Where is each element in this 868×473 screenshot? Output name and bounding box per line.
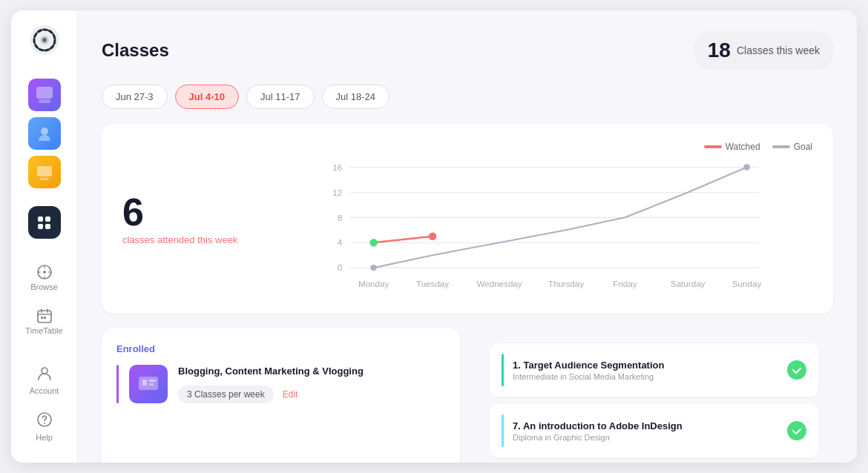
chart-stat-label: classes attended this week	[122, 234, 241, 245]
apps-grid-icon	[38, 216, 50, 229]
chart-svg: 16 12 8 4 0 Monday Tuesday Wednesday Thu…	[265, 159, 812, 293]
svg-text:12: 12	[332, 188, 342, 197]
svg-text:0: 0	[338, 262, 343, 272]
goal-label: Goal	[794, 142, 812, 152]
svg-rect-40	[149, 380, 156, 382]
svg-text:4: 4	[338, 237, 343, 247]
avatar-group	[28, 79, 61, 188]
week-badge-number: 18	[708, 39, 731, 62]
sidebar: Browse TimeTable	[11, 10, 78, 463]
week-badge: 18 Classes this week	[694, 31, 833, 70]
svg-rect-12	[41, 317, 43, 319]
course-meta: 3 Classes per week Edit	[178, 386, 445, 403]
help-icon	[36, 411, 53, 431]
svg-rect-8	[40, 178, 49, 180]
chart-legend: Watched Goal	[265, 142, 812, 152]
legend-watched: Watched	[704, 142, 760, 152]
chart-stat-number: 6	[122, 193, 241, 231]
sidebar-nav: Browse TimeTable	[18, 257, 71, 351]
svg-point-10	[43, 271, 46, 274]
classes-per-week: 3 Classes per week	[178, 386, 274, 403]
watched-swatch	[704, 145, 722, 148]
page-header: Classes 18 Classes this week	[102, 31, 833, 70]
lesson-title-2: 7. An introduction to Adobe InDesign	[513, 420, 778, 431]
chart-stat: 6 classes attended this week	[122, 193, 241, 245]
sidebar-bottom: Account Help	[18, 357, 71, 449]
lesson-accent-1	[502, 354, 504, 386]
lesson-info-1: 1. Target Audience Segmentation Intermed…	[513, 360, 778, 381]
svg-point-36	[369, 239, 378, 247]
avatar-2[interactable]	[28, 117, 61, 150]
svg-point-37	[429, 232, 437, 240]
app-container: Browse TimeTable	[11, 10, 857, 463]
course-info: Blogging, Content Marketing & Vlogging 3…	[178, 365, 445, 403]
lesson-sub-2: Diploma in Graphic Design	[513, 433, 778, 442]
course-name: Blogging, Content Marketing & Vlogging	[178, 365, 445, 378]
logo	[28, 24, 61, 73]
svg-point-35	[743, 164, 749, 170]
edit-link[interactable]: Edit	[283, 389, 298, 400]
check-icon-1	[787, 360, 806, 380]
legend-goal: Goal	[772, 142, 812, 152]
svg-point-3	[42, 38, 47, 42]
tab-jul4[interactable]: Jul 4-10	[175, 85, 239, 109]
svg-text:Sunday: Sunday	[732, 279, 762, 288]
svg-point-14	[42, 368, 47, 374]
enrolled-label: Enrolled	[116, 343, 445, 354]
sidebar-item-timetable[interactable]: TimeTable	[18, 300, 71, 343]
help-label: Help	[36, 433, 53, 442]
compass-icon	[36, 264, 53, 280]
svg-rect-41	[149, 383, 154, 386]
chart-wrapper: Watched Goal 16 12	[265, 142, 812, 296]
svg-rect-7	[37, 166, 52, 176]
svg-point-34	[370, 265, 376, 271]
svg-point-6	[41, 128, 48, 135]
tab-jun27[interactable]: Jun 27-3	[102, 85, 168, 109]
bottom-section: Enrolled Blogging, Content Marketing & V…	[102, 328, 833, 463]
svg-rect-5	[39, 99, 50, 103]
browse-label: Browse	[30, 282, 58, 291]
svg-text:Wednesday: Wednesday	[476, 279, 522, 288]
svg-rect-13	[44, 317, 46, 319]
svg-point-16	[44, 423, 45, 424]
avatar-3[interactable]	[28, 156, 61, 188]
svg-text:8: 8	[338, 213, 342, 222]
avatar-1[interactable]	[28, 79, 61, 111]
sidebar-item-account[interactable]: Account	[18, 357, 71, 403]
svg-text:Monday: Monday	[358, 279, 389, 288]
lesson-item-2: 7. An introduction to Adobe InDesign Dip…	[490, 404, 818, 457]
svg-text:Friday: Friday	[613, 279, 637, 288]
page-title: Classes	[102, 40, 169, 61]
sidebar-item-help[interactable]: Help	[18, 404, 71, 449]
svg-text:16: 16	[332, 162, 342, 172]
enrolled-card: Enrolled Blogging, Content Marketing & V…	[102, 328, 460, 463]
svg-rect-39	[142, 380, 147, 386]
svg-rect-4	[36, 87, 53, 99]
account-label: Account	[30, 386, 59, 395]
course-accent	[116, 365, 119, 403]
main-content: Classes 18 Classes this week Jun 27-3 Ju…	[78, 10, 857, 463]
svg-text:Tuesday: Tuesday	[416, 279, 449, 288]
calendar-icon	[36, 308, 53, 324]
user-icon	[36, 365, 53, 384]
svg-text:Saturday: Saturday	[671, 279, 706, 288]
svg-text:Thursday: Thursday	[548, 279, 585, 288]
lesson-sub-1: Intermediate in Social Media Marketing	[513, 372, 778, 381]
week-tabs: Jun 27-3 Jul 4-10 Jul 11-17 Jul 18-24	[102, 85, 833, 109]
sidebar-item-browse[interactable]: Browse	[18, 257, 71, 299]
tab-jul11[interactable]: Jul 11-17	[246, 85, 314, 109]
course-item: Blogging, Content Marketing & Vlogging 3…	[116, 365, 445, 403]
check-icon-2	[787, 421, 806, 440]
chart-card: 6 classes attended this week Watched Goa…	[102, 124, 833, 314]
lessons-card: 1. Target Audience Segmentation Intermed…	[475, 328, 833, 463]
apps-button[interactable]	[28, 206, 61, 239]
lesson-accent-2	[502, 414, 504, 447]
tab-jul18[interactable]: Jul 18-24	[322, 85, 389, 109]
lesson-item-1: 1. Target Audience Segmentation Intermed…	[490, 343, 818, 397]
timetable-label: TimeTable	[25, 326, 62, 335]
course-thumb	[129, 365, 168, 403]
lesson-title-1: 1. Target Audience Segmentation	[513, 360, 778, 371]
week-badge-label: Classes this week	[737, 44, 820, 56]
goal-swatch	[772, 145, 790, 148]
watched-label: Watched	[726, 142, 760, 152]
